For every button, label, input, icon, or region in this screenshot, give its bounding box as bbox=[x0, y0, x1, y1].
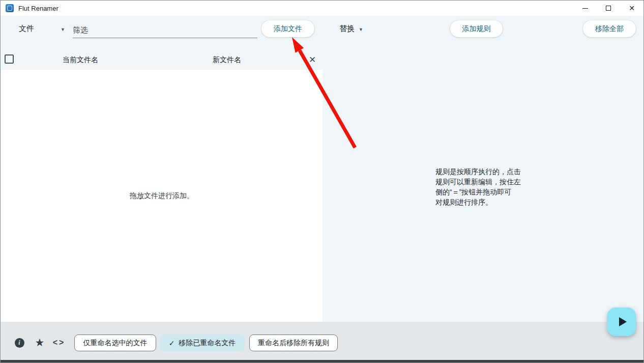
bottom-bar: i ★ <> 仅重命名选中的文件 ✓ 移除已重命名文件 重命名后移除所有规则 bbox=[1, 322, 643, 361]
chip-label: 重命名后移除所有规则 bbox=[258, 339, 329, 348]
info-button[interactable]: i bbox=[12, 336, 26, 350]
window-title: Flut Renamer bbox=[18, 5, 58, 12]
chip-remove-rules-after-rename[interactable]: 重命名后移除所有规则 bbox=[249, 334, 338, 351]
file-table-header: 当前文件名 新文件名 ✕ bbox=[1, 49, 323, 70]
taskbar-edge bbox=[1, 360, 643, 362]
chip-label: 移除已重命名文件 bbox=[179, 339, 236, 348]
titlebar: Flut Renamer ✕ bbox=[1, 1, 643, 16]
maximize-button[interactable] bbox=[597, 1, 620, 16]
favorite-button[interactable]: ★ bbox=[33, 336, 47, 350]
star-icon: ★ bbox=[35, 337, 45, 349]
chip-label: 仅重命名选中的文件 bbox=[83, 339, 148, 348]
close-icon: ✕ bbox=[629, 5, 635, 12]
select-all-checkbox[interactable] bbox=[5, 54, 14, 64]
file-drop-zone[interactable]: 拖放文件进行添加。 bbox=[1, 70, 323, 322]
close-button[interactable]: ✕ bbox=[620, 1, 643, 16]
chevron-down-icon[interactable]: ▼ bbox=[61, 27, 65, 32]
file-menu-dropdown[interactable]: 文件 bbox=[19, 24, 34, 34]
filter-input[interactable] bbox=[73, 22, 257, 38]
column-current-filename: 当前文件名 bbox=[63, 55, 98, 65]
replace-rule-dropdown[interactable]: 替换 bbox=[339, 24, 355, 34]
run-rename-button[interactable] bbox=[607, 308, 636, 336]
chip-rename-selected-only[interactable]: 仅重命名选中的文件 bbox=[74, 334, 156, 351]
play-icon bbox=[619, 317, 627, 326]
info-icon: i bbox=[15, 338, 24, 348]
remove-all-button[interactable]: 移除全部 bbox=[583, 20, 636, 37]
rules-panel-hint: 规则是按顺序执行的，点击 规则可以重新编辑，按住左 侧的“＝”按钮并拖动即可 对… bbox=[435, 166, 533, 207]
toolbar: 文件 ▼ 添加文件 替换 ▼ 添加规则 移除全部 bbox=[1, 16, 643, 49]
code-icon: <> bbox=[53, 338, 66, 347]
chip-remove-renamed-files[interactable]: ✓ 移除已重命名文件 bbox=[160, 334, 245, 351]
window-controls: ✕ bbox=[573, 1, 643, 16]
add-files-button[interactable]: 添加文件 bbox=[261, 20, 314, 37]
add-rule-button[interactable]: 添加规则 bbox=[450, 20, 503, 37]
minimize-icon bbox=[582, 8, 588, 9]
clear-list-button[interactable]: ✕ bbox=[306, 53, 319, 66]
check-icon: ✓ bbox=[169, 339, 175, 347]
close-icon: ✕ bbox=[309, 54, 316, 65]
chevron-down-icon[interactable]: ▼ bbox=[359, 27, 363, 32]
minimize-button[interactable] bbox=[573, 1, 597, 16]
maximize-icon bbox=[606, 6, 611, 11]
column-new-filename: 新文件名 bbox=[213, 55, 241, 65]
app-window: Flut Renamer ✕ 文件 ▼ 添加文件 替换 ▼ 添加规则 移除全部 … bbox=[0, 0, 644, 363]
source-code-button[interactable]: <> bbox=[52, 336, 66, 350]
drop-files-hint: 拖放文件进行添加。 bbox=[130, 191, 194, 201]
app-icon bbox=[6, 4, 14, 12]
